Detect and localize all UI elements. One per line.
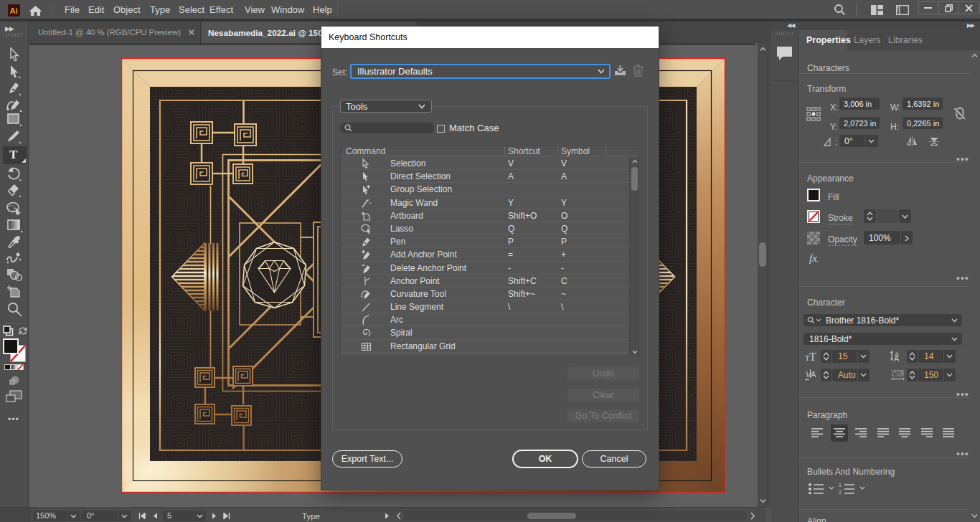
svg-text:A: A	[811, 370, 816, 379]
svg-text:1: 1	[839, 483, 842, 488]
svg-text:VA: VA	[892, 370, 900, 377]
svg-text:2: 2	[839, 490, 842, 494]
svg-text:T: T	[809, 351, 816, 361]
svg-text:A: A	[894, 354, 900, 362]
